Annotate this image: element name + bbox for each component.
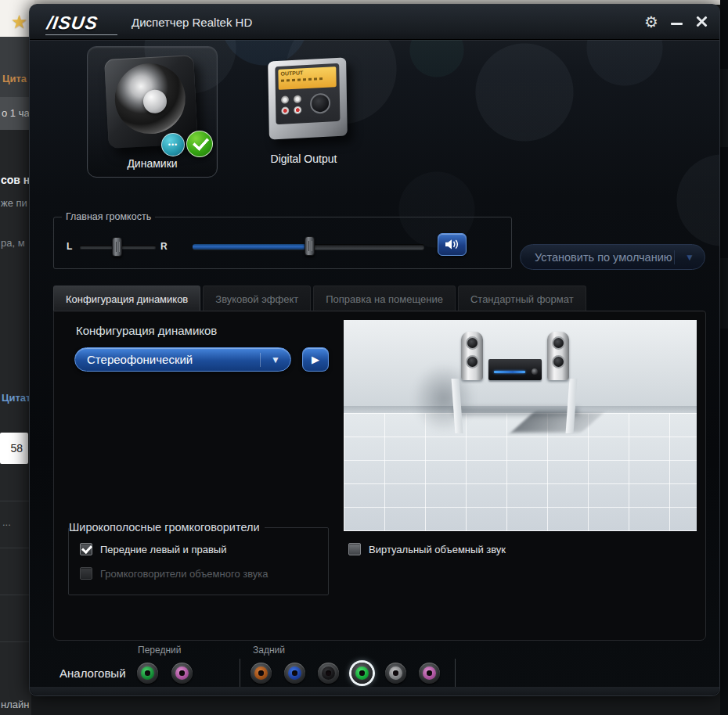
bg-text-fragment: же пи bbox=[1, 197, 27, 209]
device-label: Digital Output bbox=[225, 153, 382, 165]
analog-label: Аналоговый bbox=[59, 666, 126, 680]
volume-slider-thumb[interactable] bbox=[305, 236, 315, 256]
digital-output-icon: OUTPUT bbox=[268, 57, 348, 139]
jack-ring bbox=[322, 666, 335, 680]
bg-block bbox=[720, 258, 728, 329]
jack-ring bbox=[389, 666, 402, 680]
checkbox-label: Виртуальный объемный звук bbox=[369, 544, 506, 555]
rear-jack-rear-surround[interactable] bbox=[318, 663, 339, 684]
jack-ring bbox=[254, 666, 268, 680]
jack-hole bbox=[359, 670, 365, 676]
chevron-down-icon[interactable]: ▼ bbox=[675, 252, 705, 263]
set-default-label: Установить по умолчанию bbox=[521, 251, 674, 264]
bg-text-fragment: ... bbox=[2, 516, 11, 528]
bg-divider bbox=[0, 548, 31, 548]
digital-output-screen: OUTPUT bbox=[278, 66, 336, 90]
tab-default-format[interactable]: Стандартный формат bbox=[458, 286, 586, 311]
rca-jack-icon bbox=[294, 95, 301, 103]
device-tile-speakers[interactable]: ••• Динамики bbox=[87, 46, 218, 178]
bg-link-fragment[interactable]: Цитат bbox=[2, 392, 31, 404]
close-button[interactable] bbox=[695, 13, 708, 31]
receiver-unit bbox=[488, 359, 542, 380]
speaker-room-preview bbox=[344, 320, 697, 531]
tab-room-correction[interactable]: Поправка на помещение bbox=[313, 286, 456, 311]
jack-hole bbox=[292, 670, 297, 676]
minimize-button[interactable] bbox=[671, 13, 683, 31]
bookmark-star-icon[interactable]: ★ bbox=[11, 11, 28, 33]
jack-hole bbox=[258, 670, 264, 676]
balance-slider-thumb[interactable] bbox=[112, 237, 122, 257]
jack-hole bbox=[427, 670, 432, 676]
bg-block bbox=[0, 37, 31, 97]
front-jack-mic[interactable] bbox=[171, 663, 193, 684]
settings-gear-icon[interactable]: ⚙ bbox=[644, 13, 658, 31]
bg-divider bbox=[0, 641, 31, 642]
jack-hole bbox=[179, 670, 185, 676]
configuration-heading: Конфигурация динамиков bbox=[76, 324, 217, 337]
mute-button[interactable] bbox=[438, 233, 467, 256]
rca-jack-icon bbox=[281, 106, 289, 115]
jack-ring bbox=[175, 666, 189, 680]
speaker-driver bbox=[466, 355, 479, 368]
fullrange-legend: Широкополосные громкоговорители bbox=[69, 521, 265, 534]
checkbox-label: Громкоговорители объемного звука bbox=[100, 568, 268, 580]
asus-logo-underline bbox=[45, 34, 117, 35]
bg-block bbox=[720, 69, 728, 147]
rca-jack-icon bbox=[281, 95, 289, 104]
speaker-volume-icon bbox=[445, 239, 460, 250]
speaker-driver bbox=[466, 336, 479, 350]
speaker-configuration-dropdown[interactable]: Стереофонический ▼ bbox=[74, 347, 291, 372]
front-jack-line-out[interactable] bbox=[137, 663, 158, 684]
test-play-button[interactable]: ▶ bbox=[302, 347, 329, 372]
jack-ring bbox=[423, 666, 436, 680]
master-volume-group: Главная громкость L R bbox=[53, 211, 512, 269]
window-title: Диспетчер Realtek HD bbox=[132, 16, 252, 29]
jack-ring bbox=[355, 666, 369, 680]
jack-hole bbox=[145, 670, 150, 676]
speaker-cap bbox=[142, 89, 168, 114]
default-device-check-icon bbox=[186, 131, 213, 157]
set-default-button[interactable]: Установить по умолчанию ▼ bbox=[520, 244, 705, 270]
jack-divider bbox=[240, 659, 240, 688]
digital-screen-bars bbox=[281, 77, 323, 82]
tab-speaker-configuration[interactable]: Конфигурация динамиков bbox=[53, 286, 200, 311]
volume-slider-fill bbox=[193, 244, 308, 250]
digital-jacks-row bbox=[279, 92, 337, 117]
device-tile-digital-output[interactable]: OUTPUT Digital Output bbox=[225, 46, 382, 178]
jack-hole bbox=[326, 670, 331, 676]
bg-number-field[interactable]: 58 bbox=[0, 433, 28, 464]
checkbox-label: Передние левый и правый bbox=[100, 544, 226, 555]
chat-bubble-badge-icon: ••• bbox=[161, 133, 185, 156]
checkbox-row-front-pair: Передние левый и правый bbox=[80, 543, 328, 555]
front-jacks-label: Передний bbox=[138, 645, 181, 656]
receiver-knob bbox=[532, 368, 538, 375]
rear-jack-mic-in[interactable] bbox=[419, 663, 440, 684]
bg-divider bbox=[0, 595, 31, 595]
window-bottom-strip bbox=[30, 687, 719, 695]
speaker-icon bbox=[104, 55, 198, 149]
realtek-hd-manager-window: /ISUS Диспетчер Realtek HD ⚙ ••• Динамик… bbox=[29, 4, 720, 696]
checkbox-virtual-surround[interactable] bbox=[348, 543, 361, 555]
bg-block bbox=[0, 130, 31, 715]
digital-screen-text: OUTPUT bbox=[280, 70, 303, 77]
rear-jack-side-surround[interactable] bbox=[385, 663, 406, 684]
checkbox-row-virtual-surround: Виртуальный объемный звук bbox=[348, 543, 506, 555]
receiver-display-line bbox=[494, 371, 525, 373]
bg-text-fragment: ра, м bbox=[1, 237, 25, 249]
checkbox-surround-speakers bbox=[80, 567, 92, 580]
titlebar[interactable]: /ISUS Диспетчер Realtek HD ⚙ bbox=[30, 5, 719, 40]
rear-jack-line-out[interactable] bbox=[351, 663, 373, 684]
bg-text-fragment: сов н bbox=[1, 174, 30, 186]
jack-ring bbox=[288, 666, 301, 680]
checkbox-front-pair[interactable] bbox=[80, 543, 92, 555]
window-controls: ⚙ bbox=[644, 13, 708, 31]
speaker-driver bbox=[552, 336, 565, 350]
jack-hole bbox=[393, 670, 398, 676]
rear-jack-line-in[interactable] bbox=[284, 663, 305, 684]
rear-jack-center-sub[interactable] bbox=[250, 663, 272, 684]
chevron-down-icon[interactable]: ▼ bbox=[261, 354, 290, 365]
asus-logo: /ISUS bbox=[45, 13, 99, 34]
bg-text-fragment: Цита bbox=[2, 73, 27, 84]
tab-sound-effect[interactable]: Звуковой эффект bbox=[203, 286, 311, 311]
bg-divider bbox=[0, 501, 31, 501]
